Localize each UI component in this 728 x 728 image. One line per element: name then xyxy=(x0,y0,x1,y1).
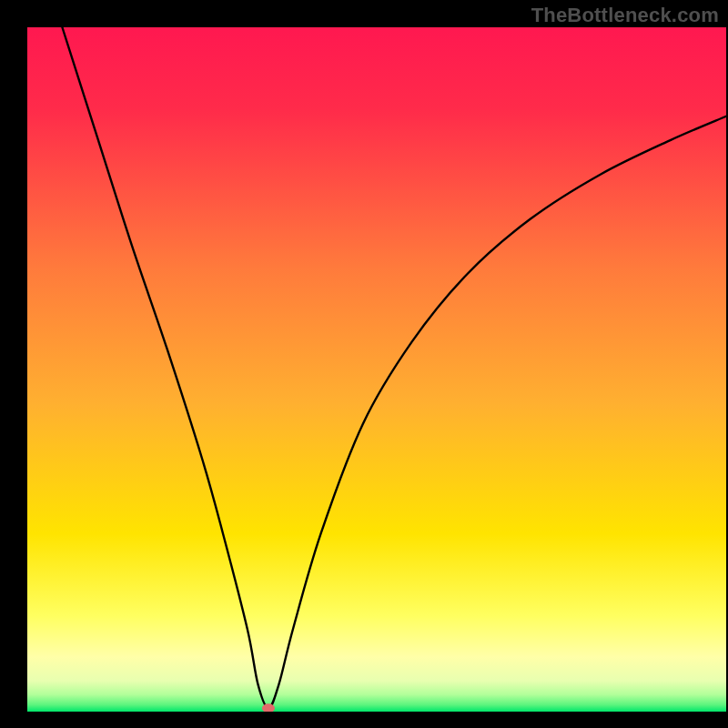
watermark-text: TheBottleneck.com xyxy=(531,4,719,27)
bottleneck-chart xyxy=(0,0,728,728)
chart-stage: TheBottleneck.com xyxy=(0,0,728,728)
optimal-point-marker xyxy=(262,703,275,713)
plot-background xyxy=(27,27,726,712)
